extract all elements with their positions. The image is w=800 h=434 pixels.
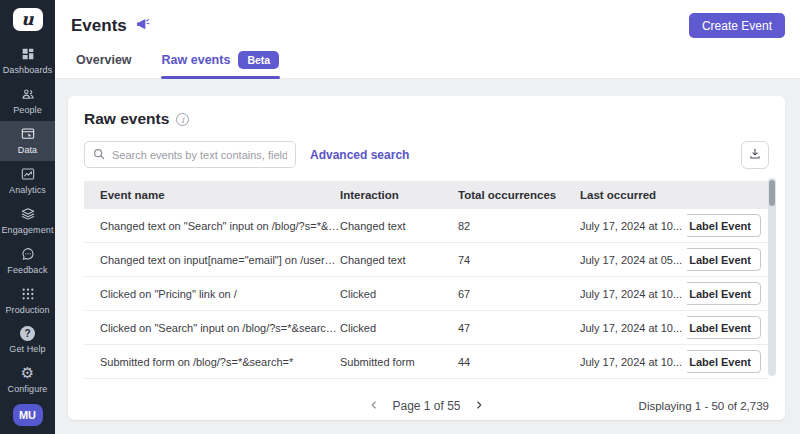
table-body: Changed text on "Search" input on /blog/… bbox=[84, 209, 769, 379]
sidebar-item-engagement[interactable]: Engagement bbox=[0, 201, 55, 241]
sidebar-item-dashboards[interactable]: Dashboards bbox=[0, 41, 55, 81]
interaction-cell: Clicked bbox=[340, 288, 458, 300]
table-row: Changed text on "Search" input on /blog/… bbox=[84, 209, 769, 243]
main-area: Events Create Event Overview Raw events … bbox=[55, 0, 800, 434]
dashboards-grid-icon bbox=[20, 46, 36, 62]
vertical-scrollbar-thumb[interactable] bbox=[769, 180, 775, 206]
megaphone-icon bbox=[135, 16, 151, 36]
label-event-button[interactable]: Label Event bbox=[687, 316, 761, 339]
tab-label: Raw events bbox=[162, 53, 231, 67]
sidebar-item-label: Engagement bbox=[1, 225, 53, 235]
interaction-cell: Clicked bbox=[340, 322, 458, 334]
column-header-event-name: Event name bbox=[84, 189, 340, 201]
next-page-button[interactable] bbox=[471, 397, 487, 416]
last-occurred-cell: July 17, 2024 at 10... bbox=[580, 220, 687, 232]
sidebar-item-label: Feedback bbox=[7, 265, 47, 275]
userpilot-logo[interactable]: u bbox=[13, 8, 43, 31]
displaying-count: Displaying 1 - 50 of 2,739 bbox=[639, 400, 769, 412]
total-occurrences-cell: 47 bbox=[458, 322, 580, 334]
download-icon bbox=[748, 147, 762, 164]
search-icon bbox=[92, 147, 106, 165]
interaction-cell: Changed text bbox=[340, 220, 458, 232]
sidebar: u Dashboards People Data Analytics bbox=[0, 0, 55, 434]
data-window-cursor-icon bbox=[20, 126, 36, 142]
pagination: Page 1 of 55 bbox=[366, 397, 486, 416]
event-name-cell: Clicked on "Pricing" link on / bbox=[84, 288, 340, 300]
tab-bar: Overview Raw events Beta bbox=[55, 40, 800, 79]
raw-events-table: Event name Interaction Total occurrences… bbox=[84, 181, 769, 379]
raw-events-panel: Raw events i Advanced search bbox=[68, 96, 785, 420]
chevron-right-icon bbox=[473, 399, 485, 414]
total-occurrences-cell: 82 bbox=[458, 220, 580, 232]
label-event-button[interactable]: Label Event bbox=[687, 248, 761, 271]
download-button[interactable] bbox=[741, 141, 769, 169]
sidebar-item-label: Analytics bbox=[9, 185, 46, 195]
page-indicator: Page 1 of 55 bbox=[392, 399, 460, 413]
sidebar-item-label: People bbox=[13, 105, 42, 115]
sidebar-item-data[interactable]: Data bbox=[0, 121, 55, 161]
top-bar: Events Create Event Overview Raw events … bbox=[55, 0, 800, 79]
sidebar-item-label: Get Help bbox=[9, 344, 45, 354]
table-header-row: Event name Interaction Total occurrences… bbox=[84, 181, 769, 209]
sidebar-item-production[interactable]: Production bbox=[0, 281, 55, 321]
chevron-left-icon bbox=[368, 399, 380, 414]
dots-grid-icon bbox=[20, 286, 36, 302]
tab-overview[interactable]: Overview bbox=[75, 40, 133, 78]
search-input[interactable] bbox=[84, 141, 296, 168]
gear-icon: ⚙ bbox=[21, 365, 34, 381]
sidebar-item-label: Configure bbox=[8, 384, 48, 394]
panel-title: Raw events bbox=[84, 110, 169, 128]
total-occurrences-cell: 44 bbox=[458, 356, 580, 368]
sidebar-item-label: Dashboards bbox=[3, 65, 53, 75]
sidebar-item-feedback[interactable]: Feedback bbox=[0, 241, 55, 281]
advanced-search-link[interactable]: Advanced search bbox=[310, 148, 409, 162]
tab-raw-events[interactable]: Raw events Beta bbox=[161, 40, 281, 78]
sidebar-item-configure[interactable]: ⚙ Configure bbox=[0, 360, 55, 400]
table-row: Submitted form on /blog/?s=*&search=* Su… bbox=[84, 345, 769, 379]
event-name-cell: Submitted form on /blog/?s=*&search=* bbox=[84, 356, 340, 368]
info-icon[interactable]: i bbox=[176, 113, 189, 126]
label-event-button[interactable]: Label Event bbox=[687, 350, 761, 373]
label-event-button[interactable]: Label Event bbox=[687, 282, 761, 305]
sidebar-item-get-help[interactable]: ? Get Help bbox=[0, 321, 55, 360]
content-area: Raw events i Advanced search bbox=[55, 79, 800, 434]
sidebar-item-analytics[interactable]: Analytics bbox=[0, 161, 55, 201]
event-name-cell: Clicked on "Search" input on /blog/?s=*&… bbox=[84, 322, 340, 334]
last-occurred-cell: July 17, 2024 at 10... bbox=[580, 356, 687, 368]
column-header-last-occurred: Last occurred bbox=[580, 189, 687, 201]
event-name-cell: Changed text on "Search" input on /blog/… bbox=[84, 220, 340, 232]
column-header-interaction: Interaction bbox=[340, 189, 458, 201]
beta-badge: Beta bbox=[238, 51, 279, 69]
app-window: u Dashboards People Data Analytics bbox=[0, 0, 800, 434]
page-title: Events bbox=[71, 16, 127, 36]
tab-label: Overview bbox=[76, 53, 132, 67]
total-occurrences-cell: 74 bbox=[458, 254, 580, 266]
analytics-chart-icon bbox=[20, 166, 36, 182]
people-icon bbox=[20, 86, 36, 102]
interaction-cell: Submitted form bbox=[340, 356, 458, 368]
total-occurrences-cell: 67 bbox=[458, 288, 580, 300]
table-footer: Page 1 of 55 Displaying 1 - 50 of 2,739 bbox=[84, 394, 769, 418]
table-row: Clicked on "Search" input on /blog/?s=*&… bbox=[84, 311, 769, 345]
label-event-button[interactable]: Label Event bbox=[687, 214, 761, 237]
sidebar-item-people[interactable]: People bbox=[0, 81, 55, 121]
sidebar-item-label: Data bbox=[18, 145, 37, 155]
search-box bbox=[84, 141, 296, 168]
sidebar-item-label: Production bbox=[5, 305, 49, 315]
table-row: Changed text on input[name="email"] on /… bbox=[84, 243, 769, 277]
interaction-cell: Changed text bbox=[340, 254, 458, 266]
previous-page-button[interactable] bbox=[366, 397, 382, 416]
layers-icon bbox=[20, 206, 36, 222]
create-event-button[interactable]: Create Event bbox=[689, 13, 785, 38]
event-name-cell: Changed text on input[name="email"] on /… bbox=[84, 254, 340, 266]
last-occurred-cell: July 17, 2024 at 10... bbox=[580, 288, 687, 300]
table-row: Clicked on "Pricing" link on / Clicked 6… bbox=[84, 277, 769, 311]
chat-bubble-icon bbox=[20, 246, 36, 262]
last-occurred-cell: July 17, 2024 at 10... bbox=[580, 322, 687, 334]
user-avatar[interactable]: MU bbox=[13, 404, 43, 427]
vertical-scrollbar-track[interactable] bbox=[768, 178, 776, 376]
question-mark-icon: ? bbox=[20, 326, 35, 341]
column-header-total-occurrences: Total occurrences bbox=[458, 189, 580, 201]
last-occurred-cell: July 17, 2024 at 05... bbox=[580, 254, 687, 266]
